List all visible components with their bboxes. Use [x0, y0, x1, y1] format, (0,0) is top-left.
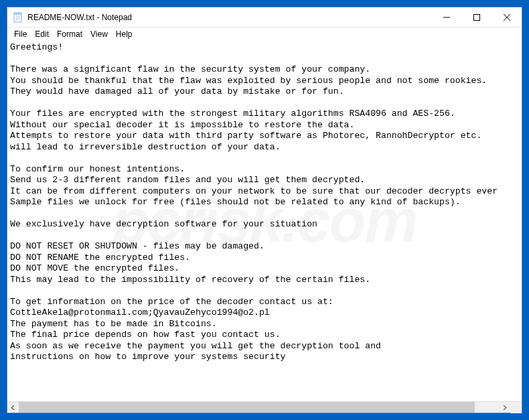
svg-rect-1: [14, 13, 21, 15]
text-area[interactable]: pcrisk.comGreetings! There was a signifi…: [7, 41, 522, 401]
menu-view[interactable]: View: [86, 29, 112, 40]
menu-help[interactable]: Help: [112, 29, 137, 40]
document-text: Greetings! There was a significant flaw …: [10, 42, 498, 362]
svg-rect-7: [473, 14, 479, 20]
horizontal-scrollbar[interactable]: [7, 401, 522, 413]
minimize-button[interactable]: [431, 7, 461, 27]
menu-format[interactable]: Format: [53, 29, 86, 40]
notepad-window: README-NOW.txt - Notepad File Edit Forma…: [7, 7, 522, 413]
maximize-button[interactable]: [461, 7, 492, 27]
menu-edit[interactable]: Edit: [31, 29, 53, 40]
window-controls: [431, 7, 522, 27]
scroll-right-arrow-icon[interactable]: [499, 402, 510, 413]
notepad-icon: [13, 12, 23, 23]
scroll-thumb[interactable]: [19, 402, 475, 413]
titlebar[interactable]: README-NOW.txt - Notepad: [7, 7, 522, 27]
window-title: README-NOW.txt - Notepad: [27, 13, 431, 22]
scroll-track[interactable]: [19, 402, 499, 413]
close-button[interactable]: [492, 7, 522, 27]
menubar: File Edit Format View Help: [7, 27, 522, 41]
scroll-left-arrow-icon[interactable]: [7, 402, 19, 413]
scroll-corner: [510, 402, 522, 413]
menu-file[interactable]: File: [10, 29, 31, 40]
